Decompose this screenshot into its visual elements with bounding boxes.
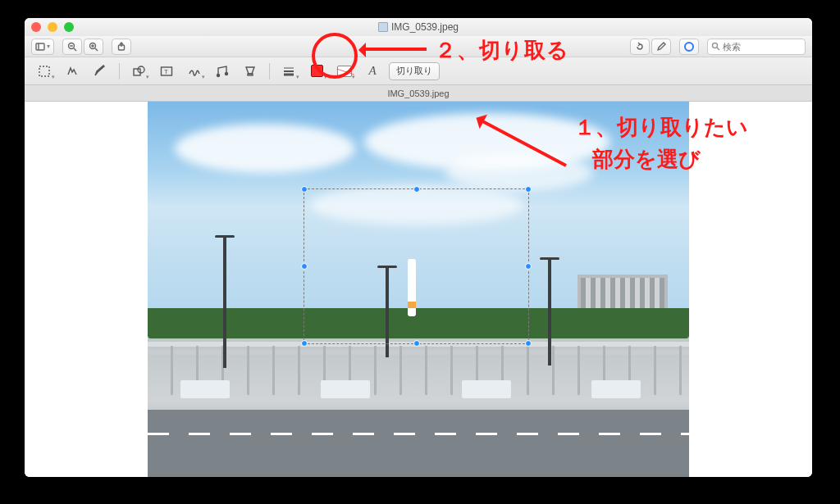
sketch-button[interactable] bbox=[89, 61, 112, 81]
font-style-button[interactable]: A bbox=[361, 61, 384, 81]
markup-toolbar: ▾ ▾ T ▾ ▾ ▾ bbox=[25, 57, 812, 85]
content-area: IMG_0539.jpeg bbox=[25, 85, 812, 477]
svg-text:T: T bbox=[164, 68, 168, 75]
signature-icon bbox=[188, 65, 201, 78]
svg-line-6 bbox=[95, 48, 98, 51]
instant-alpha-button[interactable] bbox=[61, 61, 84, 81]
sidebar-icon bbox=[35, 42, 45, 52]
tab-label: IMG_0539.jpeg bbox=[387, 89, 449, 98]
pencil-draw-icon bbox=[94, 65, 107, 78]
info-button[interactable] bbox=[679, 39, 699, 55]
highlight-icon bbox=[244, 65, 257, 78]
highlight-button[interactable] bbox=[239, 61, 262, 81]
resize-handle-bm[interactable] bbox=[413, 340, 420, 347]
color-swatch-icon bbox=[311, 65, 323, 77]
file-type-icon bbox=[378, 22, 388, 32]
main-toolbar: ▾ bbox=[25, 36, 812, 57]
pencil-icon bbox=[656, 42, 666, 52]
close-button[interactable] bbox=[31, 22, 41, 32]
markup-toggle-button[interactable] bbox=[651, 39, 671, 55]
resize-handle-ml[interactable] bbox=[301, 263, 308, 270]
search-icon bbox=[711, 42, 720, 51]
zoom-out-button[interactable] bbox=[62, 39, 82, 55]
resize-handle-br[interactable] bbox=[525, 340, 532, 347]
rotate-icon bbox=[635, 42, 645, 52]
sidebar-toggle-button[interactable]: ▾ bbox=[31, 39, 54, 55]
window-title-text: IMG_0539.jpeg bbox=[391, 21, 459, 33]
zoom-in-icon bbox=[89, 42, 98, 52]
share-icon bbox=[116, 42, 126, 52]
border-color-button[interactable]: ▾ bbox=[305, 61, 328, 81]
image-canvas[interactable] bbox=[148, 102, 689, 477]
svg-rect-0 bbox=[36, 43, 44, 50]
separator bbox=[269, 63, 270, 79]
rotate-button[interactable] bbox=[630, 39, 650, 55]
resize-handle-mr[interactable] bbox=[525, 263, 532, 270]
crop-button[interactable]: 切り取り bbox=[389, 62, 440, 80]
adjust-color-button[interactable] bbox=[211, 61, 234, 81]
zoom-in-button[interactable] bbox=[84, 39, 103, 55]
shapes-icon bbox=[132, 65, 145, 78]
tab-strip[interactable]: IMG_0539.jpeg bbox=[25, 85, 812, 102]
lasso-icon bbox=[66, 65, 79, 78]
selection-marquee[interactable] bbox=[304, 188, 529, 344]
text-button[interactable]: T bbox=[155, 61, 178, 81]
resize-handle-tm[interactable] bbox=[413, 186, 420, 193]
resize-handle-bl[interactable] bbox=[301, 340, 308, 347]
share-button[interactable] bbox=[112, 39, 131, 55]
resize-handle-tl[interactable] bbox=[301, 186, 308, 193]
zoom-out-icon bbox=[67, 42, 77, 52]
minimize-button[interactable] bbox=[48, 22, 57, 32]
line-style-button[interactable]: ▾ bbox=[277, 61, 300, 81]
crop-button-label: 切り取り bbox=[396, 65, 432, 77]
svg-rect-13 bbox=[39, 66, 49, 76]
preview-window: IMG_0539.jpeg ▾ bbox=[25, 18, 812, 477]
traffic-lights bbox=[31, 22, 74, 32]
at-icon bbox=[684, 42, 694, 52]
maximize-button[interactable] bbox=[64, 22, 74, 32]
svg-line-3 bbox=[74, 48, 76, 51]
shapes-button[interactable]: ▾ bbox=[127, 61, 150, 81]
svg-point-18 bbox=[217, 74, 220, 76]
separator bbox=[119, 63, 120, 79]
fill-swatch-icon bbox=[337, 66, 352, 77]
svg-point-15 bbox=[138, 66, 144, 73]
text-box-icon: T bbox=[160, 65, 173, 78]
note-icon bbox=[216, 65, 229, 78]
window-title: IMG_0539.jpeg bbox=[25, 21, 812, 33]
search-field[interactable] bbox=[707, 39, 806, 55]
sign-button[interactable]: ▾ bbox=[183, 61, 206, 81]
svg-point-11 bbox=[713, 43, 718, 48]
svg-rect-20 bbox=[248, 74, 253, 75]
resize-handle-tr[interactable] bbox=[525, 186, 532, 193]
font-letter: A bbox=[368, 64, 376, 78]
search-input[interactable] bbox=[723, 42, 797, 52]
selection-tool-button[interactable]: ▾ bbox=[33, 61, 56, 81]
line-weight-icon bbox=[282, 65, 295, 78]
fill-color-button[interactable]: ▾ bbox=[333, 61, 356, 81]
svg-line-12 bbox=[717, 48, 719, 50]
selection-rect-icon bbox=[38, 65, 51, 78]
titlebar: IMG_0539.jpeg bbox=[25, 18, 812, 36]
svg-point-19 bbox=[226, 72, 228, 75]
